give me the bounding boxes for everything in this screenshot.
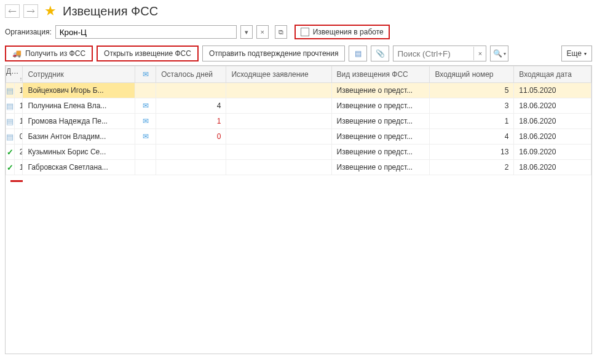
send-confirmation-label: Отправить подтверждение прочтения xyxy=(209,49,339,58)
chevron-down-icon: ▾ xyxy=(504,51,506,57)
cell-outgoing xyxy=(226,83,331,98)
cell-date: 11.05.2020 xyxy=(14,160,23,175)
cell-outgoing xyxy=(226,114,331,129)
cell-days-left xyxy=(156,160,226,175)
cell-date: 15.09.2020 xyxy=(14,83,23,98)
table-row[interactable]: ▤15.09.2020Войцехович Игорь Б...Извещени… xyxy=(6,83,591,98)
org-input[interactable] xyxy=(55,25,237,39)
mail-icon: ✉ xyxy=(143,101,149,110)
send-confirmation-button[interactable]: Отправить подтверждение прочтения xyxy=(202,46,346,61)
attachment-button[interactable]: 📎 xyxy=(371,46,389,61)
table-row[interactable]: ✓29.07.2020Кузьминых Борис Се...Извещени… xyxy=(6,144,591,160)
cell-incoming-num: 4 xyxy=(430,129,514,144)
document-icon: ▤ xyxy=(6,132,14,141)
col-notice-type[interactable]: Вид извещения ФСС xyxy=(331,66,430,83)
col-date-label: Дата xyxy=(6,67,23,76)
cell-notice-type: Извещение о предст... xyxy=(331,144,430,160)
col-employee[interactable]: Сотрудник xyxy=(23,66,135,83)
document-icon: ▤ xyxy=(6,117,14,126)
cell-incoming-num: 5 xyxy=(430,83,514,98)
cell-employee: Габровская Светлана... xyxy=(23,160,135,175)
check-icon: ✓ xyxy=(7,163,14,172)
cell-employee: Базин Антон Владим... xyxy=(23,129,135,144)
cell-date: 09.09.2020 xyxy=(14,129,23,144)
cell-notice-type: Извещение о предст... xyxy=(331,129,430,144)
chevron-down-icon: ▾ xyxy=(584,51,587,57)
notifications-table: Дата ↑ Сотрудник ✉ Осталось дней Исходящ… xyxy=(6,66,591,175)
cell-date: 29.07.2020 xyxy=(14,144,23,160)
cell-days-left xyxy=(156,144,226,160)
col-incoming-date[interactable]: Входящая дата xyxy=(514,66,591,83)
cell-employee: Громова Надежда Пе... xyxy=(23,114,135,129)
cell-employee: Полунина Елена Вла... xyxy=(23,98,135,114)
cell-days-left: 4 xyxy=(156,98,226,114)
truck-icon: 🚚 xyxy=(12,49,22,58)
cell-incoming-num: 13 xyxy=(430,144,514,160)
cell-incoming-date: 18.06.2020 xyxy=(514,98,591,114)
red-marker xyxy=(10,180,23,182)
search-clear-button[interactable]: × xyxy=(473,47,486,60)
mail-header-icon: ✉ xyxy=(143,70,149,79)
col-days-left[interactable]: Осталось дней xyxy=(156,66,226,83)
cell-employee: Войцехович Игорь Б... xyxy=(23,83,135,98)
col-date[interactable]: Дата ↑ xyxy=(6,66,23,83)
cell-incoming-num: 3 xyxy=(430,98,514,114)
more-button[interactable]: Еще ▾ xyxy=(561,46,592,61)
cell-outgoing xyxy=(226,144,331,160)
table-row[interactable]: ▤14.09.2020Полунина Елена Вла...✉4Извеще… xyxy=(6,98,591,114)
document-icon: ▤ xyxy=(6,86,14,95)
mail-icon: ✉ xyxy=(143,117,149,125)
cell-notice-type: Извещение о предст... xyxy=(331,160,430,175)
favorite-star-icon[interactable]: ★ xyxy=(44,3,57,19)
org-open-button[interactable]: ⧉ xyxy=(275,25,287,39)
col-incoming-num[interactable]: Входящий номер xyxy=(430,66,514,83)
in-work-checkbox[interactable] xyxy=(301,28,309,36)
org-dropdown-button[interactable]: ▾ xyxy=(240,25,253,39)
cell-notice-type: Извещение о предст... xyxy=(331,83,430,98)
table-row[interactable]: ✓11.05.2020Габровская Светлана...Извещен… xyxy=(6,160,591,175)
cell-outgoing xyxy=(226,98,331,114)
cell-date: 14.09.2020 xyxy=(14,98,23,114)
col-mail[interactable]: ✉ xyxy=(135,66,156,83)
list-view-button[interactable]: ▤ xyxy=(349,46,367,61)
table-row[interactable]: ▤09.09.2020Базин Антон Владим...✉0Извеще… xyxy=(6,129,591,144)
cell-employee: Кузьминых Борис Се... xyxy=(23,144,135,160)
document-icon: ▤ xyxy=(6,101,14,111)
nav-forward-button[interactable]: 🡒 xyxy=(23,4,38,18)
cell-days-left: 1 xyxy=(156,114,226,129)
search-input[interactable] xyxy=(393,46,473,61)
nav-back-button[interactable]: 🡐 xyxy=(5,4,20,18)
check-icon: ✓ xyxy=(7,148,14,157)
table-row[interactable]: ▤11.09.2020Громова Надежда Пе...✉1Извеще… xyxy=(6,114,591,129)
cell-outgoing xyxy=(226,160,331,175)
cell-notice-type: Извещение о предст... xyxy=(331,98,430,114)
cell-incoming-date: 18.06.2020 xyxy=(514,160,591,175)
cell-incoming-date: 16.09.2020 xyxy=(514,144,591,160)
open-notice-fss-button[interactable]: Открыть извещение ФСС xyxy=(97,46,199,61)
cell-outgoing xyxy=(226,129,331,144)
page-title: Извещения ФСС xyxy=(63,4,158,18)
cell-incoming-num: 2 xyxy=(430,160,514,175)
clip-icon: 📎 xyxy=(376,49,385,58)
sort-asc-icon: ↑ xyxy=(19,76,22,82)
org-label: Организация: xyxy=(5,28,52,36)
cell-days-left xyxy=(156,83,226,98)
cell-incoming-date: 18.06.2020 xyxy=(514,129,591,144)
col-outgoing[interactable]: Исходящее заявление xyxy=(226,66,331,83)
get-from-fss-label: Получить из ФСС xyxy=(25,49,85,58)
list-icon: ▤ xyxy=(355,49,362,58)
in-work-label: Извещения в работе xyxy=(313,28,384,36)
more-label: Еще xyxy=(567,49,582,58)
cell-incoming-num: 1 xyxy=(430,114,514,129)
cell-notice-type: Извещение о предст... xyxy=(331,114,430,129)
search-icon: 🔍 xyxy=(493,49,502,58)
org-clear-button[interactable]: × xyxy=(256,25,269,39)
open-notice-label: Открыть извещение ФСС xyxy=(104,49,191,58)
cell-date: 11.09.2020 xyxy=(14,114,23,129)
get-from-fss-button[interactable]: 🚚 Получить из ФСС xyxy=(5,46,93,61)
cell-incoming-date: 11.05.2020 xyxy=(514,83,591,98)
cell-days-left: 0 xyxy=(156,129,226,144)
mail-icon: ✉ xyxy=(143,132,149,141)
search-run-button[interactable]: 🔍 ▾ xyxy=(490,46,508,61)
cell-incoming-date: 18.06.2020 xyxy=(514,114,591,129)
